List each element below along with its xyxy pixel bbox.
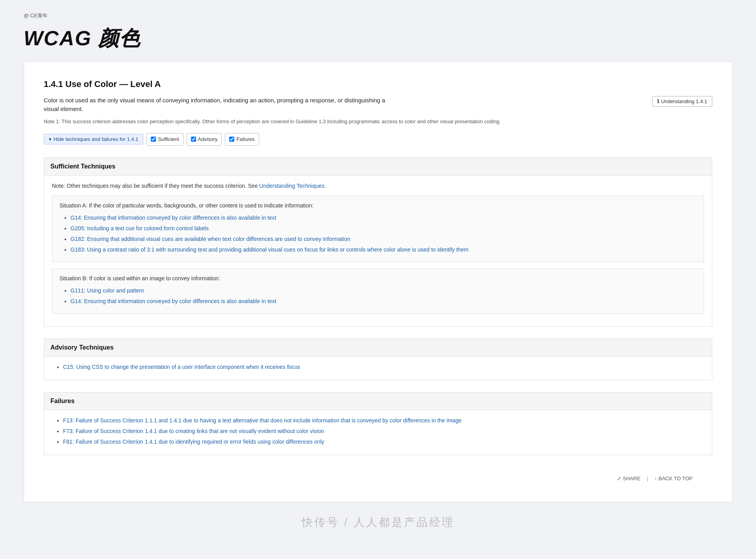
share-label: SHARE [623,475,641,483]
sufficient-note: Note: Other techniques may also be suffi… [52,182,704,190]
failure-f13[interactable]: F13: Failure of Success Criterion 1.1.1 … [63,417,461,424]
advisory-checkbox[interactable] [191,137,196,142]
info-icon: ℹ [657,98,659,104]
advisory-list: C15: Using CSS to change the presentatio… [52,363,704,371]
filter-row: ▾ Hide techniques and failures for 1.4.1… [44,133,712,146]
main-content: 1.4.1 Use of Color — Level A Color is no… [24,61,732,503]
situation-a-label: Situation A: If the color of particular … [59,202,697,210]
technique-g14-b[interactable]: G14: Ensuring that information conveyed … [70,298,276,304]
sufficient-label: Sufficient [158,135,179,143]
understanding-techniques-link[interactable]: Understanding Techniques. [259,183,326,189]
advisory-techniques-content: C15: Using CSS to change the presentatio… [44,357,712,380]
arrow-up-icon: ↑ [654,475,657,483]
technique-g111[interactable]: G111: Using color and pattern [70,287,144,294]
list-item: G14: Ensuring that information conveyed … [70,214,697,222]
advisory-techniques-header: Advisory Techniques [44,339,712,357]
hide-toggle-label: Hide techniques and failures for 1.4.1 [54,136,138,142]
chevron-down-icon: ▾ [49,136,52,142]
understanding-button-label: Understanding 1.4.1 [661,98,707,104]
sufficient-techniques-content: Note: Other techniques may also be suffi… [44,176,712,327]
list-item: G111: Using color and pattern [70,287,697,295]
technique-g183[interactable]: G183: Using a contrast ratio of 3:1 with… [70,246,469,253]
technique-g14-a[interactable]: G14: Ensuring that information conveyed … [70,215,276,221]
sufficient-filter[interactable]: Sufficient [146,133,183,146]
hide-toggle-button[interactable]: ▾ Hide techniques and failures for 1.4.1 [44,134,143,144]
failures-section: Failures F13: Failure of Success Criteri… [44,392,712,455]
failures-label: Failures [236,135,254,143]
list-item: F13: Failure of Success Criterion 1.1.1 … [63,416,704,425]
situation-a-box: Situation A: If the color of particular … [52,196,704,262]
situation-b-list: G111: Using color and pattern G14: Ensur… [59,287,697,305]
understanding-button[interactable]: ℹ Understanding 1.4.1 [652,96,712,107]
sufficient-techniques-section: Sufficient Techniques Note: Other techni… [44,157,712,327]
share-icon: ⤢ [617,475,621,483]
technique-c15[interactable]: C15: Using CSS to change the presentatio… [63,364,300,370]
advisory-techniques-section: Advisory Techniques C15: Using CSS to ch… [44,339,712,380]
back-to-top-label: BACK TO TOP [659,475,693,483]
situation-b-label: Situation B: If color is used within an … [59,274,697,283]
advisory-filter[interactable]: Advisory [187,133,222,146]
list-item: G182: Ensuring that additional visual cu… [70,235,697,243]
share-link[interactable]: ⤢ SHARE [617,475,641,483]
criterion-description-text: Color is not used as the only visual mea… [44,96,398,114]
technique-g205[interactable]: G205: Including a text cue for colored f… [70,225,209,231]
technique-g182[interactable]: G182: Ensuring that additional visual cu… [70,236,350,242]
watermark: 快传号 / 人人都是产品经理 [0,506,756,539]
list-item: G183: Using a contrast ratio of 3:1 with… [70,246,697,254]
page-title: WCAG 颜色 [24,23,732,54]
situation-a-list: G14: Ensuring that information conveyed … [59,214,697,254]
criterion-description-row: Color is not used as the only visual mea… [44,96,712,114]
failure-f81[interactable]: F81: Failure of Success Criterion 1.4.1 … [63,439,324,445]
footer-separator: | [647,475,648,483]
sufficient-checkbox[interactable] [151,137,156,142]
situation-b-box: Situation B: If color is used within an … [52,268,704,314]
list-item: F81: Failure of Success Criterion 1.4.1 … [63,438,704,446]
back-to-top-link[interactable]: ↑ BACK TO TOP [654,475,693,483]
footer-bar: ⤢ SHARE | ↑ BACK TO TOP [44,467,712,483]
advisory-label: Advisory [198,135,218,143]
failures-header: Failures [44,392,712,410]
failures-content: F13: Failure of Success Criterion 1.1.1 … [44,410,712,455]
failures-filter[interactable]: Failures [225,133,259,146]
failures-checkbox[interactable] [229,137,234,142]
criterion-note: Note 1: This success criterion addresses… [44,118,712,126]
criterion-title: 1.4.1 Use of Color — Level A [44,78,712,91]
list-item: G205: Including a text cue for colored f… [70,224,697,233]
list-item: C15: Using CSS to change the presentatio… [63,363,704,371]
failure-f73[interactable]: F73: Failure of Success Criterion 1.4.1 … [63,428,324,434]
list-item: G14: Ensuring that information conveyed … [70,297,697,305]
site-label: @ CE青年 [24,12,732,20]
failures-list: F13: Failure of Success Criterion 1.1.1 … [52,416,704,446]
sufficient-note-text: Note: Other techniques may also be suffi… [52,183,258,189]
list-item: F73: Failure of Success Criterion 1.4.1 … [63,427,704,435]
sufficient-techniques-header: Sufficient Techniques [44,157,712,176]
